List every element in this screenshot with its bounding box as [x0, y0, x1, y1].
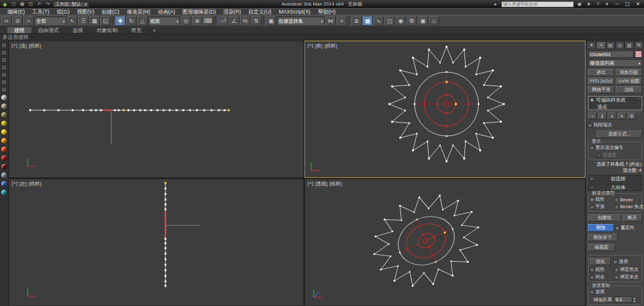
uvw-map-button[interactable]: UVW 贴图 — [616, 78, 642, 85]
sphere-icon[interactable] — [1, 129, 7, 135]
sphere-icon[interactable] — [1, 172, 7, 179]
ribbon-minimize-icon[interactable]: ▾ — [148, 27, 161, 33]
viewport-view-name[interactable]: [透视] — [315, 180, 327, 187]
ribbon-tab-selection[interactable]: 选择 — [66, 27, 90, 33]
sphere-icon[interactable] — [1, 155, 7, 161]
show-vertex-numbers-checkbox[interactable]: 显示顶点编号 — [590, 145, 640, 151]
viewport-canvas-top[interactable] — [9, 41, 303, 177]
close-button[interactable]: ✕ — [634, 1, 642, 7]
workspace-dropdown[interactable]: 工作区: 默认 ▾ — [53, 1, 89, 7]
help-chevron-icon[interactable]: ▾ — [603, 1, 611, 7]
threshold-value[interactable]: 0.1 — [614, 296, 632, 303]
viewport-shading-mode[interactable]: [线框] — [325, 42, 337, 49]
edit-named-sets-icon[interactable]: ▣ — [266, 16, 276, 26]
help-icon[interactable]: ? — [594, 1, 602, 7]
connect-copy-checkbox[interactable]: 连接 — [590, 289, 640, 295]
viewport-shading-mode[interactable]: [线框] — [330, 180, 342, 187]
favorites-icon[interactable]: ★ — [585, 1, 592, 7]
spinner-snap-icon[interactable]: ⇅ — [251, 16, 261, 26]
select-by-button[interactable]: 选择方式... — [597, 131, 642, 138]
tab-modify-icon[interactable]: ◔ — [596, 41, 605, 49]
align-icon[interactable]: ≡ — [336, 16, 347, 26]
sphere-icon[interactable] — [1, 137, 7, 144]
gizmo-axis-icon[interactable] — [417, 220, 435, 261]
viewport-menu-plus[interactable]: [+] — [12, 180, 17, 187]
menu-item-tools[interactable]: 工具(T) — [28, 9, 53, 15]
maximize-button[interactable]: ▢ — [623, 1, 632, 7]
redo-icon[interactable]: ↷ — [44, 1, 52, 7]
viewport-view-name[interactable]: [左] — [19, 180, 26, 187]
use-pivot-center-icon[interactable]: ◎ — [181, 16, 191, 26]
viewport-shading-mode[interactable]: [线框] — [29, 180, 41, 187]
open-file-icon[interactable]: ▤ — [18, 1, 26, 7]
save-file-icon[interactable]: ◫ — [27, 1, 34, 7]
sphere-icon[interactable] — [1, 120, 7, 127]
bind-to-spacewarp-icon[interactable]: ≈ — [23, 16, 34, 26]
attach-button[interactable]: 附加 — [588, 224, 614, 232]
dock-tool-icon[interactable] — [1, 42, 7, 48]
menu-item-create[interactable]: 创建(C) — [98, 9, 123, 15]
viewport-view-name[interactable]: [顶] — [19, 42, 26, 49]
spinner-arrows-icon[interactable]: ▲▼ — [633, 297, 636, 303]
curve-editor-icon[interactable]: ∿ — [373, 16, 384, 26]
meshsmooth-button[interactable]: 网格平滑 — [588, 86, 614, 94]
menu-item-group[interactable]: 组(G) — [53, 9, 73, 15]
object-color-swatch[interactable] — [635, 50, 642, 58]
remove-modifier-icon[interactable]: ✕ — [618, 113, 626, 119]
attach-mult-button[interactable]: 附加多个 — [588, 234, 618, 241]
refine-button[interactable]: 优化 — [590, 258, 611, 265]
select-and-manipulate-icon[interactable]: ⊕ — [192, 16, 202, 26]
select-and-link-icon[interactable]: ∞ — [1, 16, 12, 26]
graphite-ribbon-toggle-icon[interactable]: ▩ — [362, 16, 373, 26]
tab-hierarchy-icon[interactable]: ▤ — [606, 41, 615, 49]
rendered-frame-icon[interactable]: ▣ — [418, 16, 428, 26]
menu-item-help[interactable]: 帮助(H) — [314, 9, 340, 15]
ribbon-panel-label[interactable]: 多边形建模 — [0, 34, 644, 41]
ribbon-tab-populate[interactable]: 填充 — [124, 27, 148, 33]
viewport-front[interactable]: [+] [前] [线框] — [304, 41, 586, 178]
ribbon-tab-modeling[interactable]: 建模 — [7, 27, 31, 33]
radio-linear[interactable]: 线性 — [590, 196, 613, 203]
radio-bezier[interactable]: Bezier — [614, 196, 643, 203]
select-and-rotate-icon[interactable]: ↻ — [126, 16, 137, 26]
undo-icon[interactable]: ↶ — [36, 1, 43, 7]
viewport-left[interactable]: [+] [左] [线框] — [9, 179, 304, 306]
viewport-shading-mode[interactable]: [线框] — [29, 42, 41, 49]
menu-item-customize[interactable]: 自定义(U) — [245, 9, 275, 15]
viewport-top[interactable]: [+] [顶] [线框] — [9, 41, 304, 178]
minimize-button[interactable]: ─ — [613, 1, 621, 7]
sphere-icon[interactable] — [1, 163, 7, 170]
cross-section-button[interactable]: 横截面 — [588, 244, 615, 251]
menu-item-rendering[interactable]: 渲染(R) — [220, 9, 245, 15]
dock-tool-icon[interactable] — [1, 50, 7, 55]
ribbon-tab-object-paint[interactable]: 对象绘制 — [90, 27, 124, 33]
material-editor-icon[interactable]: ◉ — [396, 16, 406, 26]
mirror-icon[interactable]: ⋈ — [325, 16, 336, 26]
max-logo-icon[interactable]: ◆ — [1, 1, 9, 7]
viewport-view-name[interactable]: [前] — [315, 42, 322, 49]
viewport-canvas-front[interactable] — [305, 41, 585, 177]
select-and-move-icon[interactable]: ✚ — [115, 16, 125, 26]
keyboard-override-icon[interactable]: ⌨ — [203, 16, 213, 26]
schematic-view-icon[interactable]: ◫ — [384, 16, 395, 26]
named-sets-dropdown[interactable]: 创建选择集 ▾ — [277, 17, 325, 26]
pin-stack-icon[interactable]: ⊸ — [588, 113, 597, 119]
stack-item-editable-spline[interactable]: 可编辑样条线 ˆ — [589, 97, 642, 103]
bevel-profile-button[interactable]: 倒角剖面 — [616, 69, 642, 76]
viewport-menu-plus[interactable]: [+] — [12, 42, 17, 49]
object-name-field[interactable]: Circle001 — [588, 50, 634, 58]
window-crossing-icon[interactable]: ◱ — [100, 16, 111, 26]
normal-button[interactable]: 法线 — [616, 86, 642, 94]
bind-first-checkbox[interactable]: 绑定首点 — [614, 267, 640, 273]
sphere-icon[interactable] — [1, 189, 7, 196]
unlink-selection-icon[interactable]: ⊘ — [12, 16, 23, 26]
select-object-icon[interactable]: ↖ — [67, 16, 78, 26]
menu-item-modifiers[interactable]: 修改器(M) — [123, 9, 154, 15]
search-input[interactable]: 键入关键字或短语 — [501, 1, 574, 7]
menu-item-maxscript[interactable]: MAXScript(X) — [275, 9, 314, 15]
viewport-canvas-perspective[interactable] — [305, 179, 585, 305]
tab-create-icon[interactable]: ✶ — [587, 41, 596, 49]
radio-smooth[interactable]: 平滑 — [590, 204, 613, 210]
rollout-soft-selection[interactable]: + 软选择 — [588, 175, 642, 182]
extrude-button[interactable]: 挤出 — [588, 69, 614, 76]
